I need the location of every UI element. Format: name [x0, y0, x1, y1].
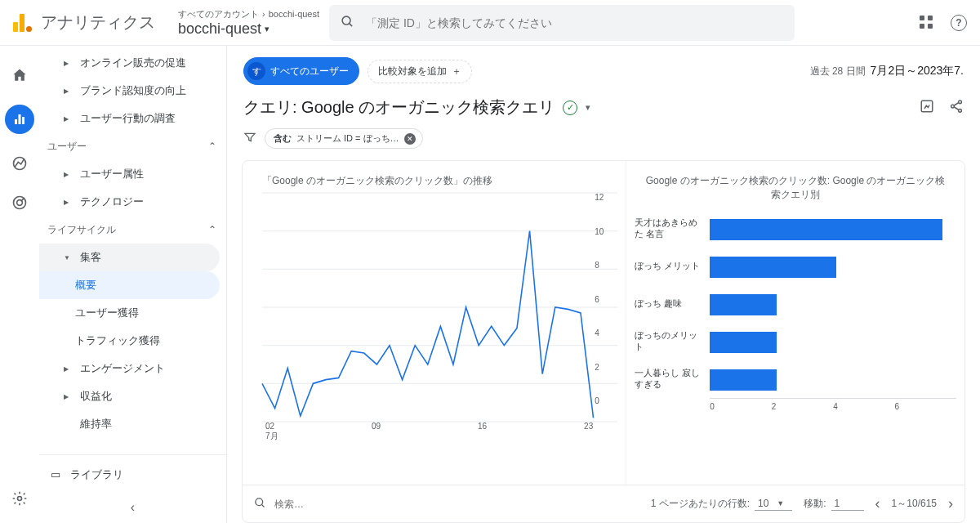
reports-icon[interactable]: [5, 105, 34, 134]
sidebar-item[interactable]: ▶ユーザー属性: [39, 160, 226, 188]
sidebar-item-label: ブランド認知度の向上: [80, 83, 186, 98]
sidebar-item-label: ライブラリ: [70, 467, 123, 482]
sidebar-item[interactable]: ▶ユーザー行動の調査: [39, 105, 226, 132]
sidebar-item[interactable]: ▶収益化: [39, 382, 226, 410]
prev-page-icon[interactable]: ‹: [875, 495, 880, 512]
table-pager: 1 ページあたりの行数: 10▼ 移動: 1 ‹ 1～10/615 ›: [243, 485, 964, 522]
arrow-right-icon: ▶: [64, 171, 72, 178]
check-circle-icon: ✓: [563, 101, 577, 115]
help-icon[interactable]: ?: [951, 15, 967, 31]
segment-label: すべてのユーザー: [270, 65, 349, 78]
svg-rect-3: [22, 117, 24, 124]
ga-logo-icon: [13, 14, 31, 32]
apps-icon[interactable]: [920, 16, 934, 30]
caret-down-icon[interactable]: ▾: [265, 24, 270, 34]
bar-chart: 天才はあきらめた 名言ぼっち メリットぼっち 趣味ぼっちのメリット一人暮らし 寂…: [635, 210, 956, 398]
sidebar-item-label: オンライン販売の促進: [80, 56, 186, 70]
product-name: アナリティクス: [41, 11, 155, 34]
add-comparison-button[interactable]: 比較対象を追加 ＋: [368, 60, 472, 83]
sidebar-section-user[interactable]: ユーザー⌃: [39, 132, 226, 160]
breadcrumb-all[interactable]: すべてのアカウント: [178, 8, 259, 20]
nav-rail: [0, 46, 39, 523]
share-icon[interactable]: [949, 99, 964, 116]
line-chart-title: 「Google のオーガニック検索のクリック数」の推移: [262, 174, 617, 188]
bar-row: 一人暮らし 寂しすぎる: [635, 360, 956, 398]
home-icon[interactable]: [10, 65, 29, 85]
breadcrumb-prop[interactable]: bocchi-quest: [269, 9, 319, 19]
svg-rect-2: [19, 114, 21, 124]
sidebar-item-label: 集客: [80, 250, 101, 265]
date-label: 過去 28 日間: [810, 65, 866, 78]
rows-label: 1 ページあたりの行数:: [651, 497, 750, 511]
breadcrumb-main[interactable]: bocchi-quest: [178, 20, 261, 38]
bar-row: ぼっちのメリット: [635, 323, 956, 360]
goto-value: 1: [835, 498, 840, 509]
sidebar-item[interactable]: ▶テクノロジー: [39, 188, 226, 216]
search-input[interactable]: [366, 16, 783, 29]
bar-label: 天才はあきらめた 名言: [635, 217, 710, 240]
breadcrumb[interactable]: すべてのアカウント › bocchi-quest bocchi-quest ▾: [178, 8, 319, 38]
svg-point-19: [256, 498, 263, 505]
search-bar[interactable]: [329, 5, 795, 41]
customize-icon[interactable]: [920, 99, 934, 116]
sidebar-item-acquisition[interactable]: ▼集客: [39, 244, 220, 271]
rows-per-page[interactable]: 1 ページあたりの行数: 10▼: [651, 497, 793, 511]
goto-page[interactable]: 移動: 1: [804, 497, 863, 511]
settings-icon[interactable]: [10, 489, 29, 508]
line-y-axis: 121086420: [595, 193, 617, 405]
sidebar-item[interactable]: ユーザー獲得: [39, 299, 226, 327]
svg-point-7: [18, 497, 22, 501]
line-chart-panel: 「Google のオーガニック検索のクリック数」の推移 121086420 02…: [243, 161, 626, 485]
svg-point-0: [342, 16, 350, 25]
bar-chart-panel: Google のオーガニック検索のクリック数: Google のオーガニック検索…: [626, 161, 964, 485]
filter-chip-op: 含む: [274, 132, 292, 145]
search-icon: [341, 15, 354, 31]
sidebar-item-label: トラフィック獲得: [75, 333, 160, 348]
filter-icon[interactable]: [243, 131, 256, 146]
chevron-right-icon: ›: [262, 9, 265, 19]
report-card: 「Google のオーガニック検索のクリック数」の推移 121086420 02…: [242, 160, 965, 523]
date-range[interactable]: 過去 28 日間 7月2日～2023年7.: [810, 64, 964, 78]
line-x-axis: 02091623: [262, 422, 617, 431]
bar-label: ぼっち メリット: [635, 261, 710, 272]
bar-row: ぼっち 趣味: [635, 285, 956, 323]
sidebar-item-label: 維持率: [80, 417, 112, 431]
sidebar-item[interactable]: トラフィック獲得: [39, 327, 226, 355]
sidebar-item-label: エンゲージメント: [80, 361, 165, 376]
sidebar-item[interactable]: 維持率: [39, 410, 226, 438]
sidebar-item[interactable]: ▶ブランド認知度の向上: [39, 77, 226, 105]
line-x-month: 7月: [262, 431, 617, 442]
sidebar-item-overview[interactable]: 概要: [39, 271, 220, 299]
sidebar-section-lifecycle[interactable]: ライフサイクル⌃: [39, 216, 226, 244]
sidebar-item[interactable]: ▶オンライン販売の促進: [39, 49, 226, 77]
arrow-right-icon: ▶: [64, 60, 72, 67]
arrow-right-icon: ▶: [64, 365, 72, 373]
bar-label: 一人暮らし 寂しすぎる: [635, 368, 710, 391]
caret-down-icon[interactable]: ▾: [586, 102, 590, 113]
sidebar-item-label: ユーザー属性: [80, 167, 144, 181]
arrow-right-icon: ▶: [64, 115, 72, 123]
table-search-input[interactable]: [274, 498, 639, 510]
next-page-icon[interactable]: ›: [948, 495, 953, 512]
sidebar: ▶オンライン販売の促進 ▶ブランド認知度の向上 ▶ユーザー行動の調査 ユーザー⌃…: [39, 46, 227, 523]
library-icon: ▭: [51, 468, 62, 481]
chevron-up-icon: ⌃: [208, 224, 216, 235]
filter-chip[interactable]: 含む ストリーム ID = ぼっち… ✕: [265, 128, 423, 149]
page-range: 1～10/615: [892, 497, 937, 511]
sidebar-item[interactable]: ▶エンゲージメント: [39, 355, 226, 382]
advertising-icon[interactable]: [10, 193, 29, 212]
main-content: す すべてのユーザー 比較対象を追加 ＋ 過去 28 日間 7月2日～2023年…: [227, 46, 980, 523]
rows-value: 10: [758, 498, 768, 509]
arrow-right-icon: ▶: [64, 87, 72, 95]
sidebar-item-label: テクノロジー: [80, 194, 144, 209]
bar-label: ぼっちのメリット: [635, 330, 710, 353]
segment-all-users[interactable]: す すべてのユーザー: [243, 57, 359, 85]
remove-filter-icon[interactable]: ✕: [404, 133, 416, 145]
explore-icon[interactable]: [10, 154, 29, 173]
collapse-sidebar-icon[interactable]: ‹: [131, 500, 135, 515]
bar-row: 天才はあきらめた 名言: [635, 210, 956, 248]
app-header: アナリティクス すべてのアカウント › bocchi-quest bocchi-…: [0, 0, 980, 46]
sidebar-item-library[interactable]: ▭ライブラリ: [39, 454, 226, 482]
arrow-right-icon: ▶: [64, 199, 72, 206]
filter-chip-value: ストリーム ID = ぼっち…: [296, 132, 399, 145]
